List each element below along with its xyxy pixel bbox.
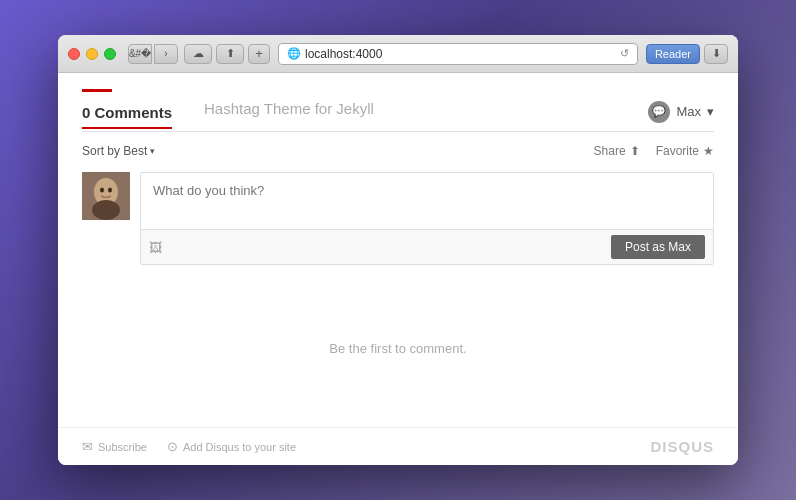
user-photo [82,172,130,220]
svg-point-3 [108,188,112,193]
traffic-lights [68,48,116,60]
user-menu[interactable]: 💬 Max ▾ [648,101,714,123]
forward-button[interactable]: › [154,44,178,64]
favorite-label: Favorite [656,144,699,158]
subscribe-link[interactable]: ✉ Subscribe [82,439,147,454]
empty-state-text: Be the first to comment. [329,341,466,356]
avatar: 💬 [648,101,670,123]
tab-comments[interactable]: 0 Comments [82,104,172,129]
tab-hashtag[interactable]: Hashtag Theme for Jekyll [204,100,374,123]
footer: ✉ Subscribe ⊙ Add Disqus to your site DI… [58,427,738,465]
top-divider [82,89,112,92]
extension-button[interactable]: ⬇ [704,44,728,64]
nav-buttons: &#� › [128,44,178,64]
maximize-button[interactable] [104,48,116,60]
empty-state: Be the first to comment. [82,285,714,411]
back-button[interactable]: &#� [128,44,152,64]
avatar-icon: 💬 [652,105,666,118]
minimize-button[interactable] [86,48,98,60]
tabs-row: 0 Comments Hashtag Theme for Jekyll 💬 Ma… [82,100,714,132]
share-button[interactable]: ⬆ [216,44,244,64]
close-button[interactable] [68,48,80,60]
titlebar: &#� › ☁ ⬆ + 🌐 localhost:4000 ↺ Reader ⬇ [58,35,738,73]
post-button[interactable]: Post as Max [611,235,705,259]
sort-label: Sort by Best [82,144,147,158]
content-area: 0 Comments Hashtag Theme for Jekyll 💬 Ma… [58,73,738,465]
user-name: Max [676,104,701,119]
reader-button[interactable]: Reader [646,44,700,64]
sort-row: Sort by Best ▾ Share ⬆ Favorite ★ [82,144,714,158]
disqus-logo: DISQUS [650,438,714,455]
add-disqus-label: Add Disqus to your site [183,441,296,453]
comment-textarea[interactable] [141,173,713,225]
add-disqus-link[interactable]: ⊙ Add Disqus to your site [167,439,296,454]
add-tab-button[interactable]: + [248,44,270,64]
disqus-d-icon: ⊙ [167,439,178,454]
sort-chevron-icon: ▾ [150,146,155,156]
svg-point-2 [100,188,104,193]
input-toolbar: 🖼 Post as Max [141,229,713,264]
sort-actions: Share ⬆ Favorite ★ [594,144,714,158]
sort-button[interactable]: Sort by Best ▾ [82,144,155,158]
subscribe-label: Subscribe [98,441,147,453]
url-bar[interactable]: 🌐 localhost:4000 ↺ [278,43,638,65]
cloud-button[interactable]: ☁ [184,44,212,64]
svg-point-4 [92,200,120,220]
image-upload-icon[interactable]: 🖼 [149,240,162,255]
share-action[interactable]: Share ⬆ [594,144,640,158]
disqus-container: 0 Comments Hashtag Theme for Jekyll 💬 Ma… [58,73,738,427]
url-text: localhost:4000 [305,47,616,61]
favorite-action[interactable]: Favorite ★ [656,144,714,158]
envelope-icon: ✉ [82,439,93,454]
share-action-icon: ⬆ [630,144,640,158]
comment-input-area: 🖼 Post as Max [140,172,714,265]
comment-area: 🖼 Post as Max [82,172,714,265]
browser-window: &#� › ☁ ⬆ + 🌐 localhost:4000 ↺ Reader ⬇ … [58,35,738,465]
globe-icon: 🌐 [287,47,301,60]
favorite-star-icon: ★ [703,144,714,158]
share-label: Share [594,144,626,158]
user-dropdown-icon: ▾ [707,104,714,119]
refresh-icon[interactable]: ↺ [620,47,629,60]
